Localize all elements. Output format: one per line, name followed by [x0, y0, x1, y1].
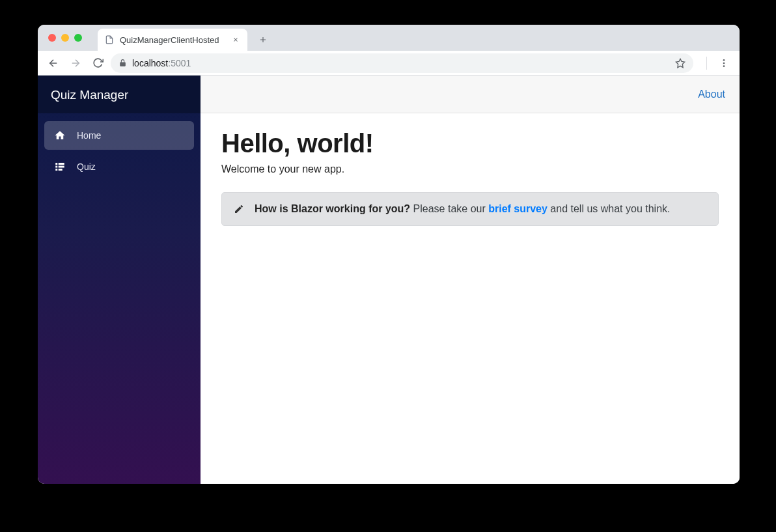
window-close-button[interactable] [48, 34, 56, 42]
survey-message: How is Blazor working for you? Please ta… [255, 203, 670, 215]
topbar: About [201, 76, 740, 113]
sidebar-nav: Home Quiz [38, 116, 201, 186]
sidebar-brand: Quiz Manager [38, 76, 201, 113]
survey-question: How is Blazor working for you? [255, 203, 410, 214]
sidebar-item-label: Home [77, 130, 101, 141]
sidebar: Quiz Manager Home Quiz [38, 76, 201, 484]
tab-title: QuizManagerClientHosted [120, 35, 230, 45]
page: About Hello, world! Welcome to your new … [201, 76, 740, 484]
browser-window: QuizManagerClientHosted localhost:5001 [38, 25, 740, 484]
survey-lead: Please take our [410, 203, 488, 214]
svg-point-1 [723, 62, 725, 64]
url-text: localhost:5001 [132, 58, 670, 68]
bookmark-button[interactable] [675, 58, 686, 68]
home-icon [53, 129, 66, 142]
svg-rect-5 [55, 166, 57, 168]
svg-point-0 [723, 59, 725, 61]
sidebar-item-label: Quiz [77, 161, 96, 172]
content: Hello, world! Welcome to your new app. H… [201, 113, 740, 238]
url-host: localhost [132, 58, 168, 68]
about-link[interactable]: About [698, 89, 725, 100]
window-zoom-button[interactable] [74, 34, 82, 42]
svg-rect-4 [59, 163, 64, 165]
survey-link[interactable]: brief survey [488, 203, 547, 214]
back-button[interactable] [44, 54, 62, 72]
browser-toolbar: localhost:5001 [38, 51, 740, 76]
address-bar[interactable]: localhost:5001 [111, 53, 693, 73]
svg-rect-7 [55, 169, 57, 171]
new-tab-button[interactable] [254, 31, 272, 49]
survey-tail: and tell us what you think. [547, 203, 671, 214]
tab-favicon [104, 35, 115, 45]
survey-alert: How is Blazor working for you? Please ta… [221, 192, 719, 226]
list-icon [53, 160, 66, 173]
svg-point-2 [723, 65, 725, 67]
browser-menu-button[interactable] [715, 54, 733, 72]
tab-close-button[interactable] [230, 35, 241, 45]
page-title: Hello, world! [221, 129, 719, 158]
lock-icon [118, 59, 127, 67]
welcome-text: Welcome to your new app. [221, 163, 719, 175]
svg-rect-8 [59, 169, 62, 171]
window-controls [46, 25, 86, 51]
sidebar-item-home[interactable]: Home [44, 121, 194, 150]
toolbar-divider [706, 57, 707, 70]
svg-rect-3 [55, 163, 57, 165]
forward-button[interactable] [66, 54, 85, 72]
url-port: :5001 [168, 58, 191, 68]
sidebar-item-quiz[interactable]: Quiz [44, 152, 194, 181]
svg-rect-6 [59, 166, 64, 168]
window-minimize-button[interactable] [61, 34, 69, 42]
reload-button[interactable] [89, 54, 107, 72]
pencil-icon [234, 204, 244, 214]
browser-tab[interactable]: QuizManagerClientHosted [98, 29, 247, 51]
app-viewport: Quiz Manager Home Quiz About [38, 76, 740, 484]
tab-strip: QuizManagerClientHosted [38, 25, 740, 51]
